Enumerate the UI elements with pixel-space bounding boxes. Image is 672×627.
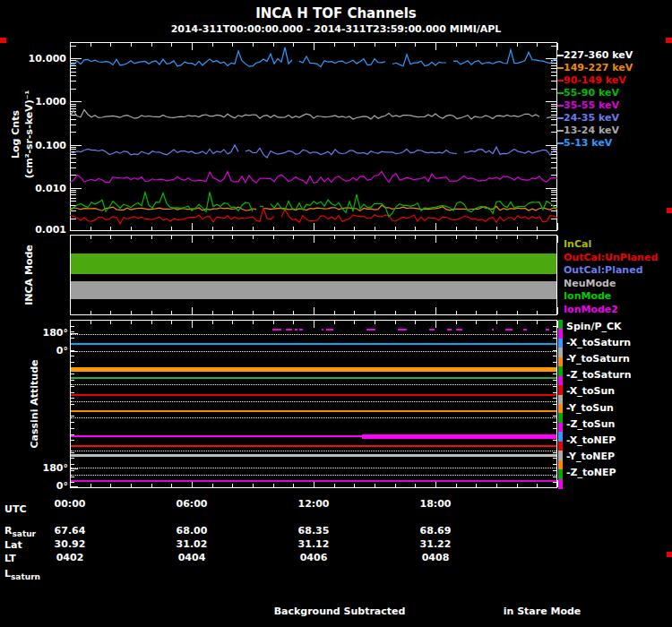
- flux-legend-tick: [557, 55, 564, 56]
- flux-legend-tick: [557, 80, 564, 82]
- att-minor-tick: [553, 477, 556, 477]
- x-tick: [334, 236, 335, 239]
- att-minor-tick: [71, 458, 74, 459]
- x-tick: [131, 236, 132, 239]
- att-legend-item: -Z_toNEP: [566, 467, 616, 478]
- att-major-tick: [71, 486, 78, 487]
- x-tick: [354, 236, 355, 239]
- flux-series-24-35keV: [246, 148, 457, 158]
- x-tick: [456, 311, 457, 314]
- att-minor-tick: [553, 428, 556, 429]
- utc-axis-label: 18:00: [409, 498, 462, 510]
- att-dotted-gridline: [71, 417, 556, 418]
- att-line--X_toNEP: [71, 445, 556, 447]
- ephemeris-value: 67.64: [39, 525, 101, 537]
- ephemeris-value: 68.69: [404, 525, 467, 537]
- inca-mode-legend-item: OutCal:UnPlaned: [564, 252, 658, 263]
- att-minor-tick: [553, 464, 556, 465]
- footer-note-stare-mode: in Stare Mode: [484, 606, 600, 617]
- flux-series-35-55keV: [70, 171, 557, 184]
- att-line-Spin/P_CK: [429, 329, 435, 331]
- flux-y-tick-label: 10.000: [25, 53, 66, 64]
- x-tick: [496, 484, 497, 487]
- att-edge-colorbar-segment: [558, 432, 563, 442]
- att-line-Spin/P_CK: [523, 329, 527, 331]
- flux-y-tick-label: 0.001: [25, 224, 66, 236]
- lat-row-label: Lat: [4, 539, 22, 551]
- x-tick: [496, 311, 497, 314]
- att-line-Spin/P_CK: [456, 329, 462, 331]
- flux-legend-item: 13-24 keV: [564, 125, 619, 136]
- att-line--Z_toSun: [71, 435, 362, 437]
- x-tick: [415, 484, 416, 487]
- x-tick: [253, 484, 254, 487]
- x-tick: [151, 236, 152, 239]
- x-tick: [232, 236, 233, 239]
- att-minor-tick: [553, 392, 556, 393]
- x-tick: [212, 311, 213, 314]
- flux-series-5-13keV: [392, 55, 446, 66]
- x-tick: [517, 236, 518, 239]
- att-minor-tick: [71, 428, 74, 429]
- x-tick: [90, 321, 91, 324]
- att-minor-tick: [71, 374, 74, 374]
- ephemeris-value: 68.00: [160, 525, 223, 537]
- x-tick: [212, 236, 213, 239]
- flux-legend-tick: [557, 67, 564, 69]
- x-tick: [314, 321, 314, 328]
- flux-series-24-35keV: [70, 145, 238, 155]
- flux-legend-tick: [557, 105, 564, 107]
- att-line-Spin/P_CK: [299, 329, 303, 331]
- x-tick: [171, 321, 172, 324]
- x-tick: [557, 236, 558, 243]
- x-tick: [192, 236, 193, 243]
- ephemeris-value: 0408: [404, 552, 467, 563]
- x-tick: [557, 223, 558, 230]
- att-legend-item: Spin/P_CK: [566, 321, 622, 332]
- x-tick: [314, 307, 314, 314]
- x-tick: [354, 311, 355, 314]
- flux-legend-item: 5-13 keV: [564, 137, 612, 149]
- x-tick: [354, 484, 355, 487]
- x-tick: [232, 484, 233, 487]
- inca-mode-band: [71, 253, 556, 274]
- x-tick: [314, 236, 314, 243]
- x-tick: [192, 307, 193, 314]
- x-tick: [253, 236, 254, 239]
- att-dotted-gridline: [71, 451, 556, 451]
- footer-note-background-subtracted: Background Subtracted: [263, 606, 416, 617]
- x-tick: [273, 311, 274, 314]
- ephemeris-value: 30.92: [39, 538, 101, 550]
- lt-row-label-text: LT: [4, 553, 16, 564]
- x-tick: [70, 307, 71, 314]
- x-tick: [375, 321, 375, 324]
- x-tick: [395, 484, 396, 487]
- att-line-Spin/P_CK: [492, 329, 494, 331]
- x-tick: [110, 311, 111, 314]
- x-tick: [334, 484, 335, 487]
- att-minor-tick: [553, 440, 556, 441]
- flux-series-90-149keV: [281, 210, 557, 222]
- flux-y-axis-title: Log Cnts: [10, 110, 22, 159]
- x-tick: [293, 321, 294, 324]
- flux-legend-tick: [557, 117, 564, 119]
- x-tick: [273, 484, 274, 487]
- inca-mode-legend-item: IonMode2: [564, 304, 618, 315]
- x-tick: [476, 484, 477, 487]
- utc-axis-label: 06:00: [165, 498, 219, 510]
- att-minor-tick: [553, 458, 556, 459]
- att-minor-tick: [71, 338, 74, 339]
- x-tick: [456, 321, 457, 324]
- ephemeris-value: 0402: [39, 552, 101, 563]
- att-minor-tick: [553, 398, 556, 399]
- x-tick: [537, 311, 538, 314]
- x-tick: [151, 484, 152, 487]
- att-minor-tick: [553, 331, 556, 332]
- x-tick: [517, 321, 518, 324]
- x-tick: [375, 484, 375, 487]
- flux-y-tick-label: 0.100: [25, 140, 66, 151]
- x-tick: [293, 311, 294, 314]
- flux-legend-item: 55-90 keV: [564, 87, 619, 99]
- edge-marker-red: [667, 208, 672, 213]
- att-minor-tick: [71, 356, 74, 356]
